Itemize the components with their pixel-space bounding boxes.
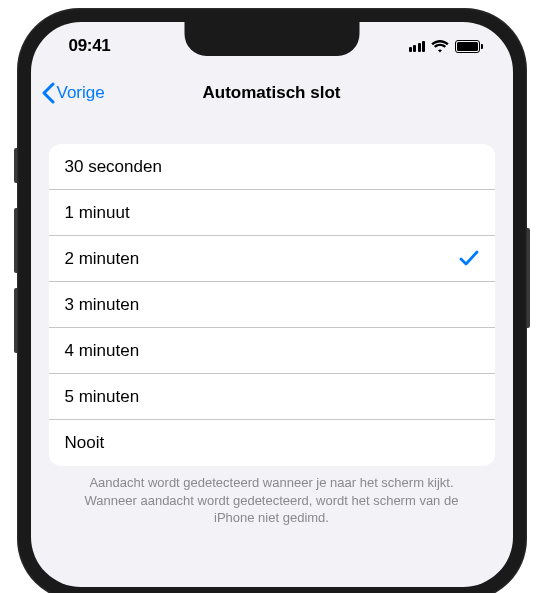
status-time: 09:41 <box>69 36 111 56</box>
wifi-icon <box>431 40 449 53</box>
option-label: 30 seconden <box>65 157 162 177</box>
checkmark-icon <box>459 250 479 268</box>
option-label: 3 minuten <box>65 295 140 315</box>
option-4-minutes[interactable]: 4 minuten <box>49 328 495 374</box>
back-label: Vorige <box>57 83 105 103</box>
page-title: Automatisch slot <box>203 83 341 103</box>
option-3-minutes[interactable]: 3 minuten <box>49 282 495 328</box>
option-label: 1 minuut <box>65 203 130 223</box>
option-never[interactable]: Nooit <box>49 420 495 466</box>
volume-up-button <box>14 208 17 273</box>
option-label: 5 minuten <box>65 387 140 407</box>
cellular-signal-icon <box>409 40 426 52</box>
volume-down-button <box>14 288 17 353</box>
battery-icon <box>455 40 483 53</box>
content-area: 30 seconden 1 minuut 2 minuten 3 minuten <box>31 116 513 527</box>
option-5-minutes[interactable]: 5 minuten <box>49 374 495 420</box>
notch <box>184 22 359 56</box>
option-label: 2 minuten <box>65 249 140 269</box>
footer-description: Aandacht wordt gedetecteerd wanneer je n… <box>49 466 495 527</box>
options-list: 30 seconden 1 minuut 2 minuten 3 minuten <box>49 144 495 466</box>
option-label: 4 minuten <box>65 341 140 361</box>
option-30-seconds[interactable]: 30 seconden <box>49 144 495 190</box>
option-2-minutes[interactable]: 2 minuten <box>49 236 495 282</box>
power-button <box>527 228 530 328</box>
device-frame: 09:41 <box>17 8 527 593</box>
navigation-bar: Vorige Automatisch slot <box>31 70 513 116</box>
back-button[interactable]: Vorige <box>41 82 105 104</box>
chevron-left-icon <box>41 82 55 104</box>
option-label: Nooit <box>65 433 105 453</box>
mute-switch <box>14 148 17 183</box>
status-indicators <box>409 40 483 53</box>
option-1-minute[interactable]: 1 minuut <box>49 190 495 236</box>
screen: 09:41 <box>31 22 513 587</box>
